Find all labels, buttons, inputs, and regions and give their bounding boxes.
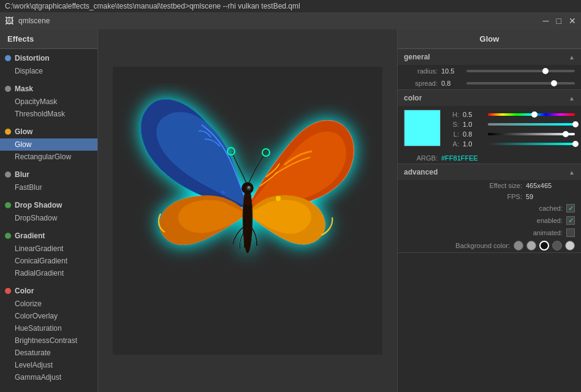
sidebar-group-label-distortion[interactable]: Distortion xyxy=(0,51,97,65)
sidebar-group-label-mask[interactable]: Mask xyxy=(0,82,97,96)
sidebar-group-label-color[interactable]: Color xyxy=(0,284,97,298)
lit-row: L: 0.8 xyxy=(447,129,575,139)
a-value: 1.0 xyxy=(463,140,484,148)
sidebar-group-label-blur[interactable]: Blur xyxy=(0,168,97,181)
radius-thumb xyxy=(542,68,549,74)
enabled-checkbox[interactable] xyxy=(566,216,575,225)
titlebar-path: C:\work\qtgraphicaleffects_cmake\tests\m… xyxy=(5,2,300,10)
lit-slider[interactable] xyxy=(488,133,575,135)
sidebar-item-dropshadow[interactable]: DropShadow xyxy=(0,212,97,224)
dropshadow-label: Drop Shadow xyxy=(15,201,62,209)
sidebar-item-thresholdmask[interactable]: ThresholdMask xyxy=(0,108,97,120)
alpha-slider[interactable] xyxy=(488,143,575,145)
sidebar-header: Effects xyxy=(0,29,97,49)
bg-circle-white[interactable] xyxy=(565,241,575,251)
window-bar: 🖼 qmlscene ─ □ ✕ xyxy=(0,12,581,29)
sidebar-group-distortion: Distortion Displace xyxy=(0,49,97,80)
animated-row: animated: xyxy=(398,227,581,239)
sidebar-item-colorize[interactable]: Colorize xyxy=(0,298,97,310)
sat-thumb xyxy=(572,121,579,127)
sidebar-group-label-glow[interactable]: Glow xyxy=(0,125,97,138)
sidebar-item-radialgradient[interactable]: RadialGradient xyxy=(0,267,97,279)
sidebar-item-desaturate[interactable]: Desaturate xyxy=(0,347,97,359)
effect-size-label: Effect size: xyxy=(404,182,522,189)
argb-label: ARGB: xyxy=(404,154,438,162)
bg-circle-gray[interactable] xyxy=(514,241,523,251)
sidebar-item-opacitymask[interactable]: OpacityMask xyxy=(0,96,97,108)
dropshadow-dot xyxy=(5,202,11,208)
sidebar-item-gammaadjust[interactable]: GammaAdjust xyxy=(0,371,97,383)
color-sliders-group: H: 0.5 S: 1.0 xyxy=(447,110,575,149)
sidebar-item-lineargradient[interactable]: LinearGradient xyxy=(0,243,97,255)
section-advanced-header[interactable]: advanced ▲ xyxy=(398,164,581,180)
sidebar-group-label-dropshadow[interactable]: Drop Shadow xyxy=(0,198,97,212)
distortion-label: Distortion xyxy=(15,54,50,62)
window-title: qmlscene xyxy=(18,17,50,25)
sidebar-group-dropshadow: Drop Shadow DropShadow xyxy=(0,196,97,227)
app-body: Effects Distortion Displace Mask Opacity… xyxy=(0,29,581,392)
spread-label: spread: xyxy=(404,80,438,87)
section-advanced: advanced ▲ Effect size: 465x465 FPS: 59 … xyxy=(398,164,581,253)
advanced-chevron: ▲ xyxy=(569,169,575,176)
hue-slider[interactable] xyxy=(488,113,575,116)
section-general-header[interactable]: general ▲ xyxy=(398,49,581,65)
bg-color-label: Background color: xyxy=(404,242,510,249)
color-preview-box[interactable] xyxy=(404,110,441,146)
hue-thumb xyxy=(531,111,537,118)
sidebar-item-fastblur[interactable]: FastBlur xyxy=(0,181,97,194)
sidebar-item-conicalgradient[interactable]: ConicalGradient xyxy=(0,255,97,267)
close-button[interactable]: ✕ xyxy=(569,16,576,26)
gradient-label: Gradient xyxy=(15,232,45,240)
l-value: 0.8 xyxy=(463,130,484,138)
radius-slider[interactable] xyxy=(466,70,575,72)
sidebar-item-leveladjust[interactable]: LevelAdjust xyxy=(0,359,97,371)
window-controls: ─ □ ✕ xyxy=(543,16,576,26)
effect-size-row: Effect size: 465x465 xyxy=(398,180,581,191)
sidebar-item-glow[interactable]: Glow xyxy=(0,138,97,151)
section-color: color ▲ H: 0.5 xyxy=(398,90,581,164)
blur-dot xyxy=(5,172,11,178)
spread-row: spread: 0.8 xyxy=(398,77,581,89)
mask-label: Mask xyxy=(15,85,33,93)
color-content: H: 0.5 S: 1.0 xyxy=(398,106,581,153)
hue-row: H: 0.5 xyxy=(447,110,575,119)
bg-circle-black[interactable] xyxy=(539,241,549,251)
sidebar-item-displace[interactable]: Displace xyxy=(0,65,97,77)
spread-value: 0.8 xyxy=(441,80,463,87)
right-panel-title: Glow xyxy=(398,29,581,49)
section-color-header[interactable]: color ▲ xyxy=(398,90,581,106)
right-panel: Glow general ▲ radius: 10.5 spread: 0.8 xyxy=(397,29,581,392)
sidebar-group-mask: Mask OpacityMask ThresholdMask xyxy=(0,80,97,123)
color-dot xyxy=(5,288,11,294)
gradient-dot xyxy=(5,233,11,239)
spread-slider[interactable] xyxy=(466,82,575,85)
animated-checkbox[interactable] xyxy=(566,228,575,237)
svg-point-7 xyxy=(248,186,250,189)
radius-label: radius: xyxy=(404,67,438,75)
sidebar-item-huesaturation[interactable]: HueSaturation xyxy=(0,322,97,334)
cached-checkbox[interactable] xyxy=(566,204,575,213)
section-advanced-label: advanced xyxy=(404,168,438,176)
section-general-label: general xyxy=(404,53,430,61)
effect-size-value: 465x465 xyxy=(526,182,575,189)
maximize-button[interactable]: □ xyxy=(556,16,561,26)
h-value: 0.5 xyxy=(463,111,484,118)
alpha-row: A: 1.0 xyxy=(447,139,575,149)
general-chevron: ▲ xyxy=(569,54,575,61)
sidebar-group-color: Color Colorize ColorOverlay HueSaturatio… xyxy=(0,282,97,386)
spread-thumb xyxy=(551,80,557,86)
minimize-button[interactable]: ─ xyxy=(543,16,549,26)
argb-value: #FF81FFEE xyxy=(441,154,478,162)
bg-circle-darkgray[interactable] xyxy=(552,241,562,251)
sat-slider[interactable] xyxy=(488,123,575,126)
alpha-thumb xyxy=(572,141,579,147)
cached-row: cached: xyxy=(398,202,581,214)
fps-label: FPS: xyxy=(404,193,522,200)
sidebar-item-rectangularglow[interactable]: RectangularGlow xyxy=(0,151,97,163)
sidebar-item-coloroverlay[interactable]: ColorOverlay xyxy=(0,310,97,322)
l-label: L: xyxy=(447,130,459,138)
glow-dot xyxy=(5,129,11,135)
sidebar-group-label-gradient[interactable]: Gradient xyxy=(0,229,97,243)
sidebar-item-brightnesscontrast[interactable]: BrightnessContrast xyxy=(0,334,97,347)
bg-circle-lightgray[interactable] xyxy=(526,241,536,251)
